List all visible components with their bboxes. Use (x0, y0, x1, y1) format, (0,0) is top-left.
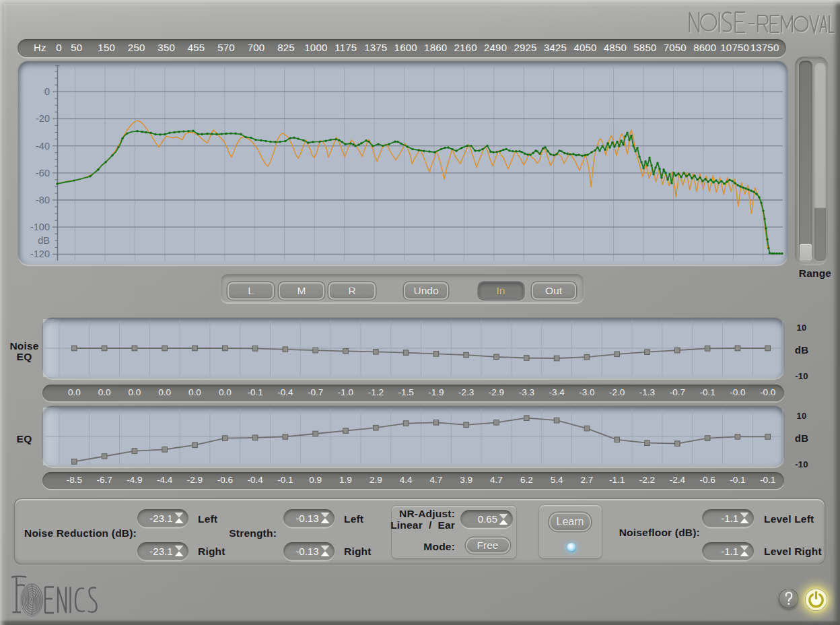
svg-text:dB: dB (38, 235, 50, 246)
svg-text:-20: -20 (36, 113, 50, 124)
svg-text:-40: -40 (36, 141, 50, 152)
svg-text:-100: -100 (30, 222, 50, 232)
svg-text:-80: -80 (36, 195, 50, 205)
svg-text:0: 0 (44, 86, 50, 97)
svg-text:-120: -120 (30, 249, 50, 259)
svg-text:-60: -60 (36, 168, 50, 178)
